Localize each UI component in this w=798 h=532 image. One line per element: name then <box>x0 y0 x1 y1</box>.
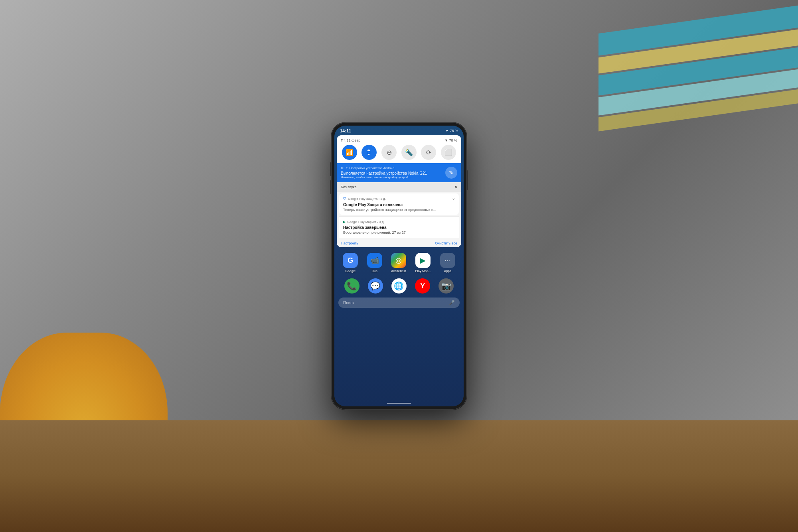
qs-wifi-btn[interactable]: 📶 <box>342 145 357 160</box>
right-stripes <box>598 0 798 160</box>
apps-label: Apps <box>444 269 451 273</box>
volume-down-button[interactable] <box>330 180 331 194</box>
volume-up-button[interactable] <box>330 162 331 176</box>
home-icon-duo[interactable]: 📹 Duo <box>367 253 382 273</box>
home-icon-assistant[interactable]: ◎ Ассистент <box>391 253 406 273</box>
wifi-qs-icon: 📶 <box>346 149 354 156</box>
wifi-icon: ▾ <box>446 129 448 133</box>
assistant-label: Ассистент <box>391 269 406 273</box>
dock-row: 📞 💬 🌐 Y 📷 <box>334 276 464 296</box>
phone-icon: 📞 <box>347 281 357 291</box>
qs-dnd-btn[interactable]: ⊖ <box>381 145 397 160</box>
setup-notif-title: ⚙ ✦ Настройка устройства Android <box>341 166 427 170</box>
home-icon-google[interactable]: G Google <box>343 253 358 273</box>
status-time: 14:11 <box>340 128 351 133</box>
silent-label: Без звука <box>341 185 357 189</box>
notification-gplay-market[interactable]: ▶ Google Play Маркет • 3 д. Настройка за… <box>339 217 459 238</box>
qs-bluetooth-btn[interactable]: ₿ <box>361 145 377 160</box>
phone: 14:11 ▾ 78 % Пт. 11 февр. ▼ 78 % 📶 <box>331 122 467 410</box>
qs-battery-saver-btn[interactable]: ⬜ <box>441 145 456 160</box>
home-icons-row: G Google 📹 Duo ◎ Ассистент <box>334 250 464 274</box>
notif-app-name-2: ▶ Google Play Маркет • 3 д. <box>343 220 385 224</box>
dock-yandex[interactable]: Y <box>415 278 430 294</box>
setup-notif-subtext: Нажмите, чтобы завершить настройку устро… <box>341 175 427 179</box>
notif-header-1: 🛡 Google Play Защита • 3 д. ∨ <box>343 197 455 201</box>
notif-text-2: Восстановлено приложений: 27 из 27 <box>343 231 455 234</box>
silent-bar: Без звука × <box>337 182 461 192</box>
apps-icon: ⋯ <box>444 257 451 264</box>
phone-screen-area: 14:11 ▾ 78 % Пт. 11 февр. ▼ 78 % 📶 <box>334 126 464 406</box>
dnd-icon: ⊖ <box>387 149 392 156</box>
dock-chrome[interactable]: 🌐 <box>391 278 407 294</box>
home-icon-playmarket[interactable]: ▶ Play Мар... <box>415 253 431 273</box>
silent-close-btn[interactable]: × <box>454 184 457 190</box>
playmarket-icon: ▶ <box>420 256 426 265</box>
setup-notif-text: Выполняется настройка устройства Nokia G… <box>341 171 427 175</box>
gear-icon: ⚙ <box>341 166 344 170</box>
battery-saver-icon: ⬜ <box>444 149 452 156</box>
battery-icon: 78 % <box>450 129 458 133</box>
notif-header-2: ▶ Google Play Маркет • 3 д. <box>343 220 455 224</box>
clear-all-btn[interactable]: Очистить все <box>435 241 457 245</box>
chrome-icon: 🌐 <box>394 281 404 291</box>
quick-settings: Пт. 11 февр. ▼ 78 % 📶 ₿ ⊖ <box>337 135 461 163</box>
bluetooth-icon: ₿ <box>367 149 371 156</box>
duo-label: Duo <box>371 269 377 273</box>
setup-notif-content: ⚙ ✦ Настройка устройства Android Выполня… <box>341 166 427 179</box>
duo-icon: 📹 <box>370 256 379 265</box>
playmarket-label: Play Мар... <box>415 269 431 273</box>
messages-icon: 💬 <box>370 281 380 291</box>
setup-notification[interactable]: ⚙ ✦ Настройка устройства Android Выполня… <box>337 163 461 182</box>
notif-text-1: Теперь ваше устройство защищено от вредо… <box>343 208 455 212</box>
camera-icon: 📷 <box>441 281 451 291</box>
status-bar: 14:11 ▾ 78 % <box>334 126 464 135</box>
mic-icon[interactable]: 🎤 <box>449 300 455 305</box>
assistant-icon: ◎ <box>395 256 402 265</box>
power-button[interactable] <box>467 170 468 190</box>
rotate-icon: ⟳ <box>426 149 431 156</box>
dock-messages[interactable]: 💬 <box>368 278 383 294</box>
qs-flashlight-btn[interactable]: 🔦 <box>401 145 417 160</box>
status-icons: ▾ 78 % <box>446 129 458 133</box>
google-label: Google <box>345 269 356 273</box>
qs-top-row: Пт. 11 февр. ▼ 78 % <box>341 138 457 142</box>
gplay-market-icon: ▶ <box>343 220 346 224</box>
home-icon-apps[interactable]: ⋯ Apps <box>440 253 455 273</box>
dock-phone[interactable]: 📞 <box>344 278 359 294</box>
notif-title-1: Google Play Защита включена <box>343 203 455 207</box>
notification-panel: Пт. 11 февр. ▼ 78 % 📶 ₿ ⊖ <box>337 135 461 247</box>
search-bar[interactable]: Поиск 🎤 <box>338 298 460 308</box>
notification-actions: Настроить Очистить все <box>337 239 461 247</box>
notif-app-name-1: 🛡 Google Play Защита • 3 д. <box>343 197 386 201</box>
search-placeholder: Поиск <box>343 301 354 305</box>
expand-icon-1[interactable]: ∨ <box>452 197 455 201</box>
qs-icons-row: 📶 ₿ ⊖ 🔦 ⟳ <box>341 145 457 160</box>
qs-battery: ▼ 78 % <box>444 138 457 142</box>
setup-notif-icon: ✎ <box>445 167 457 179</box>
gplay-protect-icon: 🛡 <box>343 197 346 201</box>
qs-rotate-btn[interactable]: ⟳ <box>421 145 436 160</box>
dock-camera[interactable]: 📷 <box>439 278 454 294</box>
flashlight-icon: 🔦 <box>405 149 413 156</box>
table-surface <box>0 420 798 532</box>
qs-date: Пт. 11 февр. <box>341 138 361 142</box>
yandex-icon: Y <box>420 282 425 290</box>
configure-btn[interactable]: Настроить <box>341 241 358 245</box>
notification-gplay-protect[interactable]: 🛡 Google Play Защита • 3 д. ∨ Google Pla… <box>339 193 459 215</box>
home-indicator <box>387 403 411 404</box>
screen: 14:11 ▾ 78 % Пт. 11 февр. ▼ 78 % 📶 <box>334 126 464 406</box>
notif-title-2: Настройка завершена <box>343 225 455 230</box>
google-icon: G <box>348 256 353 265</box>
